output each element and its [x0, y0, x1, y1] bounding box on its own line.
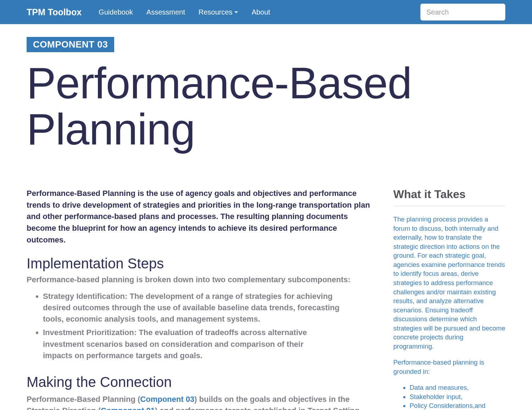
brand[interactable]: TPM Toolbox	[27, 7, 82, 17]
main-row: Performance-Based Planning is the use of…	[27, 188, 505, 410]
nav-about[interactable]: About	[251, 8, 270, 16]
page-container: COMPONENT 03 Performance-Based Planning …	[0, 24, 532, 410]
text: Performance-Based Planning (	[27, 395, 140, 404]
sidebar: What it Takes The planning process provi…	[393, 188, 505, 410]
list-item: Data and measures,	[410, 383, 505, 392]
nav-resources-label: Resources	[199, 8, 233, 16]
search-input[interactable]	[420, 4, 505, 21]
link-component-01[interactable]: Component 01	[101, 406, 155, 410]
nav-resources[interactable]: Resources	[199, 8, 238, 16]
list-item: Stakeholder input,	[410, 392, 505, 401]
implementation-steps: Strategy Identification: The development…	[27, 291, 372, 361]
sidebar-list: Data and measures, Stakeholder input, Po…	[393, 383, 505, 410]
sidebar-p1: The planning process provides a forum to…	[393, 215, 505, 351]
implementation-heading: Implementation Steps	[27, 256, 372, 272]
list-item: Investment Prioritization: The evaluatio…	[43, 327, 312, 361]
list-item: Policy Considerations,and	[410, 401, 505, 410]
chevron-down-icon	[234, 11, 238, 13]
sidebar-p2: Performance-based planning is grounded i…	[393, 358, 505, 376]
nav-guidebook[interactable]: Guidebook	[99, 8, 133, 16]
connection-heading: Making the Connection	[27, 374, 372, 390]
component-badge: COMPONENT 03	[27, 37, 114, 52]
sidebar-heading: What it Takes	[393, 188, 505, 206]
implementation-intro: Performance-based planning is broken dow…	[27, 275, 372, 284]
navbar: TPM Toolbox Guidebook Assessment Resourc…	[0, 0, 532, 24]
page-title: Performance-Based Planning	[27, 60, 505, 152]
link-component-03[interactable]: Component 03	[140, 395, 194, 404]
nav-assessment[interactable]: Assessment	[146, 8, 185, 16]
nav-links: Guidebook Assessment Resources About	[99, 8, 270, 16]
connection-paragraph: Performance-Based Planning (Component 03…	[27, 394, 372, 410]
main-content: Performance-Based Planning is the use of…	[27, 188, 372, 410]
lead-paragraph: Performance-Based Planning is the use of…	[27, 188, 372, 246]
list-item: Strategy Identification: The development…	[43, 291, 348, 325]
